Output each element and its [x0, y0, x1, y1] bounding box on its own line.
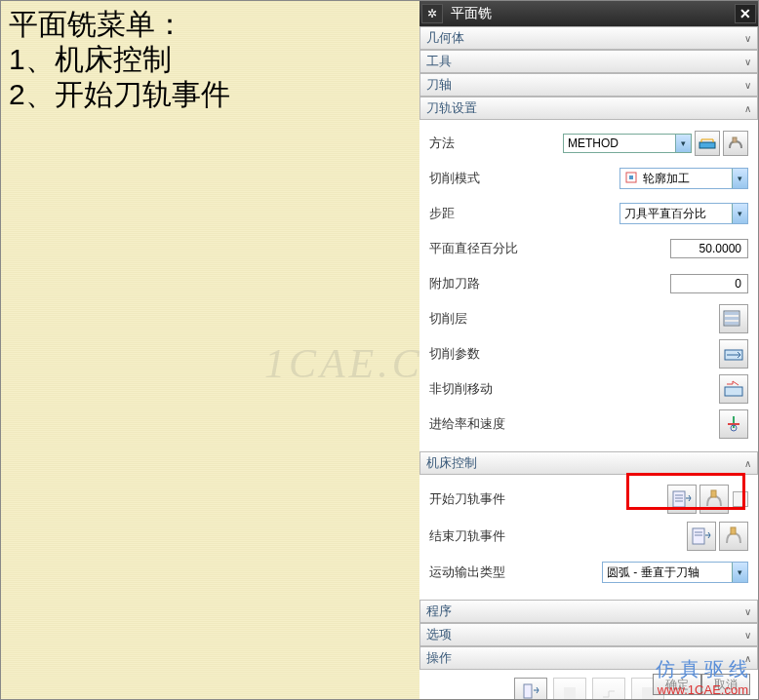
chevron-down-icon: ∨: [744, 80, 751, 91]
label-endev: 结束刀轨事件: [429, 527, 684, 545]
section-toolpath[interactable]: 刀轨设置∧: [419, 97, 758, 120]
label-cutlayer: 切削层: [429, 310, 716, 328]
section-geometry[interactable]: 几何体∨: [419, 26, 758, 50]
label-feed: 进给率和速度: [429, 415, 716, 433]
chevron-down-icon: ▾: [732, 563, 747, 582]
chevron-up-icon: ∧: [744, 103, 751, 114]
chevron-down-icon: ∨: [744, 606, 751, 617]
label-cutparam: 切削参数: [429, 345, 716, 363]
mc-body: 开始刀轨事件 结束刀轨事件 运动输出类型 圆弧 - 垂直于刀轴 ▾: [419, 475, 758, 600]
chevron-up-icon: ∧: [744, 458, 751, 469]
chevron-down-icon: ∨: [744, 57, 751, 67]
svg-rect-21: [564, 687, 576, 699]
text-line3: 2、开始刀轨事件: [9, 77, 413, 112]
svg-rect-19: [731, 527, 736, 534]
endev-edit-button[interactable]: [719, 522, 748, 551]
svg-rect-6: [725, 322, 739, 325]
svg-rect-20: [524, 684, 532, 698]
titlebar: ✲ 平面铣 ✕: [419, 1, 758, 26]
feed-button[interactable]: [719, 409, 748, 439]
endev-list-button[interactable]: [687, 522, 716, 551]
svg-rect-5: [725, 317, 739, 320]
cutparam-button[interactable]: [719, 339, 748, 369]
startev-edit-button[interactable]: [699, 485, 729, 514]
chevron-down-icon: ▾: [732, 169, 747, 188]
text-title: 平面铣菜单：: [9, 7, 413, 42]
dialog-panel: ✲ 平面铣 ✕ 几何体∨ 工具∨ 刀轴∨ 刀轨设置∧ 方法 METHOD ▾ 切…: [419, 1, 758, 700]
profile-icon: [624, 171, 640, 186]
startev-check[interactable]: [733, 491, 748, 507]
svg-rect-9: [725, 387, 742, 396]
watermark-brand: 仿 真 驱 线 www.1CAE.com: [656, 656, 748, 697]
chevron-down-icon: ▾: [675, 135, 691, 152]
section-options[interactable]: 选项∨: [419, 623, 758, 646]
label-step: 步距: [429, 205, 619, 222]
label-method: 方法: [429, 135, 563, 152]
label-outtype: 运动输出类型: [429, 564, 602, 581]
svg-rect-11: [673, 491, 685, 507]
method-browse-button[interactable]: [695, 131, 720, 156]
left-instructions: 平面铣菜单： 1、机床控制 2、开始刀轨事件: [1, 1, 420, 700]
svg-rect-1: [733, 137, 737, 142]
label-noncut: 非切削移动: [429, 380, 716, 398]
outtype-select[interactable]: 圆弧 - 垂直于刀轴 ▾: [602, 562, 748, 583]
chevron-down-icon: ∨: [744, 33, 751, 44]
replay-button: [553, 678, 586, 700]
addpath-input[interactable]: [670, 274, 748, 293]
dialog-title: 平面铣: [443, 5, 735, 22]
label-addpath: 附加刀路: [429, 275, 670, 292]
text-line2: 1、机床控制: [9, 42, 413, 77]
method-edit-button[interactable]: [723, 131, 748, 156]
label-startev: 开始刀轨事件: [429, 490, 664, 508]
close-button[interactable]: ✕: [735, 4, 756, 23]
svg-rect-15: [711, 490, 716, 497]
section-program[interactable]: 程序∨: [419, 600, 758, 623]
toolpath-body: 方法 METHOD ▾ 切削模式 轮廓加工 ▾ 步距 刀具平直百分比 ▾: [419, 120, 758, 451]
svg-rect-4: [725, 312, 739, 315]
gear-icon[interactable]: ✲: [421, 4, 443, 23]
generate-button[interactable]: [514, 678, 547, 700]
svg-rect-22: [642, 687, 654, 699]
noncut-button[interactable]: [719, 374, 748, 404]
cutmode-select[interactable]: 轮廓加工 ▾: [619, 168, 748, 189]
label-pdp: 平面直径百分比: [429, 240, 670, 257]
chevron-down-icon: ∨: [744, 630, 751, 641]
cutlayer-button[interactable]: [719, 304, 748, 333]
verify-button: [592, 678, 625, 700]
label-cutmode: 切削模式: [429, 170, 619, 187]
section-machine-control[interactable]: 机床控制∧: [419, 451, 758, 475]
svg-rect-16: [693, 528, 704, 544]
svg-rect-0: [699, 142, 715, 148]
method-select[interactable]: METHOD ▾: [563, 134, 692, 153]
chevron-down-icon: ▾: [732, 204, 747, 223]
section-axis[interactable]: 刀轴∨: [419, 73, 758, 97]
startev-list-button[interactable]: [667, 485, 697, 514]
section-tool[interactable]: 工具∨: [419, 50, 758, 73]
svg-rect-3: [629, 175, 633, 179]
step-select[interactable]: 刀具平直百分比 ▾: [619, 203, 748, 224]
pdp-input[interactable]: [670, 239, 748, 258]
